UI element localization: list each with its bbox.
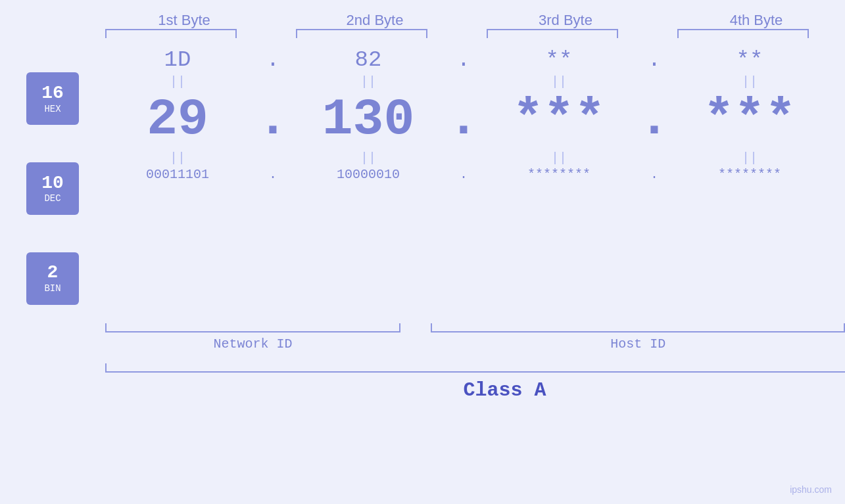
sep1-b4: || [671, 72, 829, 91]
sep-row-2: || || || || [99, 149, 829, 167]
byte-headers-row: 1st Byte 2nd Byte 3rd Byte 4th Byte [0, 12, 845, 29]
byte3-header: 3rd Byte [487, 12, 644, 29]
bin-byte1: 00011101 [99, 167, 256, 182]
sep2-b1: || [99, 149, 256, 167]
net-host-bracket-row [105, 323, 845, 332]
sep2-b4: || [671, 149, 829, 167]
values-grid: 1D . 82 . ** . ** || || || || 29 [99, 47, 829, 323]
badge-hex-label: HEX [44, 104, 60, 114]
hex-dot1: . [256, 47, 289, 72]
byte4-header: 4th Byte [677, 12, 835, 29]
main-layout: 1st Byte 2nd Byte 3rd Byte 4th Byte 16 H… [0, 0, 845, 504]
badge-bin: 2 BIN [26, 252, 79, 305]
hex-byte3: ** [480, 47, 638, 72]
bin-byte4: ******** [671, 167, 829, 182]
bin-byte3: ******** [480, 167, 638, 182]
dec-dot1: . [256, 91, 289, 149]
bin-dot1: . [256, 167, 289, 182]
sep2-b3: || [480, 149, 638, 167]
dec-byte3: *** [480, 91, 638, 149]
dec-byte4: *** [671, 91, 829, 149]
dec-byte2: 130 [289, 91, 447, 149]
dec-byte1: 29 [99, 91, 256, 149]
badge-dec: 10 DEC [26, 162, 79, 215]
top-brackets [0, 29, 845, 38]
sep2-dot3 [638, 149, 671, 167]
net-host-labels: Network ID Host ID [105, 336, 845, 352]
outer-bracket [105, 363, 845, 373]
sep1-dot3 [638, 72, 671, 91]
byte1-header: 1st Byte [105, 12, 263, 29]
host-id-label: Host ID [431, 336, 845, 352]
sep-row-1: || || || || [99, 72, 829, 91]
bracket-byte3 [487, 29, 618, 38]
byte2-header: 2nd Byte [296, 12, 454, 29]
sep1-b3: || [480, 72, 638, 91]
bin-dot2: . [447, 167, 480, 182]
host-bracket [431, 323, 845, 332]
badges-column: 16 HEX 10 DEC 2 BIN [26, 47, 79, 323]
badge-hex-number: 16 [41, 83, 64, 104]
bin-dot3: . [638, 167, 671, 182]
sep1-dot2 [447, 72, 480, 91]
sep1-b1: || [99, 72, 256, 91]
hex-dot3: . [638, 47, 671, 72]
network-id-label: Network ID [105, 336, 400, 352]
badge-bin-number: 2 [47, 263, 59, 283]
bottom-area: Network ID Host ID Class A [79, 323, 845, 401]
dec-row: 29 . 130 . *** . *** [99, 91, 829, 149]
badge-dec-number: 10 [41, 173, 64, 194]
badge-hex: 16 HEX [26, 72, 79, 125]
rows-area: 16 HEX 10 DEC 2 BIN 1D . 82 . ** . ** [0, 47, 845, 323]
bracket-byte1 [105, 29, 237, 38]
sep1-dot1 [256, 72, 289, 91]
hex-byte1: 1D [99, 47, 256, 72]
sep1-b2: || [289, 72, 447, 91]
hex-row: 1D . 82 . ** . ** [99, 47, 829, 72]
sep2-dot2 [447, 149, 480, 167]
hex-byte4: ** [671, 47, 829, 72]
watermark: ipshu.com [790, 484, 832, 495]
bin-row: 00011101 . 10000010 . ******** . *******… [99, 167, 829, 182]
hex-byte2: 82 [289, 47, 447, 72]
sep2-b2: || [289, 149, 447, 167]
dec-dot2: . [447, 91, 480, 149]
bracket-byte2 [296, 29, 427, 38]
bracket-byte4 [677, 29, 809, 38]
class-label: Class A [105, 379, 845, 401]
hex-dot2: . [447, 47, 480, 72]
dec-dot3: . [638, 91, 671, 149]
bin-byte2: 10000010 [289, 167, 447, 182]
badge-bin-label: BIN [44, 283, 60, 294]
network-bracket [105, 323, 400, 332]
sep2-dot1 [256, 149, 289, 167]
badge-dec-label: DEC [44, 193, 60, 204]
